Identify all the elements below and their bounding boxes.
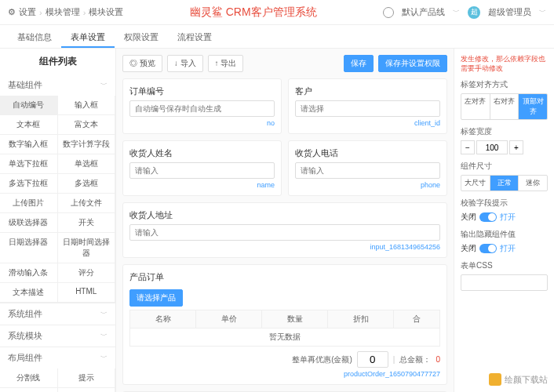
- tab-form[interactable]: 表单设置: [61, 25, 115, 48]
- comp-item[interactable]: 上传图片: [0, 194, 58, 213]
- po-tag: productOrder_1650790477727: [129, 370, 440, 378]
- main-tabs: 基础信息 表单设置 权限设置 流程设置: [0, 25, 554, 49]
- comp-item[interactable]: 日期选择器: [0, 233, 58, 263]
- size-mini[interactable]: 迷你: [519, 176, 547, 191]
- product-table: 名称单价数量折扣合 暂无数据: [129, 310, 440, 347]
- align-segment: 左对齐 右对齐 顶部对齐: [461, 93, 548, 120]
- po-label: 产品订单: [129, 271, 440, 283]
- comp-item[interactable]: 分割线: [0, 368, 58, 388]
- f1-tag: no: [129, 119, 275, 127]
- bc-1[interactable]: 模块管理: [46, 6, 80, 18]
- select-product-button[interactable]: 请选择产品: [129, 289, 183, 307]
- total-value: 0: [436, 355, 440, 364]
- comp-item[interactable]: 开关: [58, 213, 116, 233]
- group-mod[interactable]: 系统模块﹀: [0, 325, 115, 347]
- watermark: 绘颜下载站: [489, 373, 548, 386]
- size-normal[interactable]: 正常: [490, 176, 519, 191]
- vtip-switch[interactable]: [479, 212, 497, 222]
- css-input[interactable]: [461, 274, 548, 291]
- app-title: 幽灵鲨 CRM客户管理系统: [123, 5, 383, 20]
- comp-item[interactable]: 单选下拉框: [0, 154, 58, 174]
- hide-switch[interactable]: [479, 244, 497, 253]
- f3-input[interactable]: [129, 162, 275, 179]
- comp-item[interactable]: 多选下拉框: [0, 174, 58, 194]
- tab-flow[interactable]: 流程设置: [168, 25, 221, 48]
- comp-item[interactable]: 数字计算字段: [58, 135, 116, 154]
- save-button[interactable]: 保存: [344, 55, 374, 72]
- align-top[interactable]: 顶部对齐: [519, 94, 547, 119]
- f5-tag: input_1681349654256: [129, 243, 440, 251]
- comp-item[interactable]: HTML: [58, 283, 116, 303]
- user-name[interactable]: 超级管理员: [488, 6, 531, 18]
- comp-item[interactable]: 日期时间选择器: [58, 233, 116, 263]
- comp-item[interactable]: 提示: [58, 368, 116, 388]
- f4-tag: phone: [295, 181, 440, 189]
- f2-tag: client_id: [295, 119, 440, 127]
- comp-item[interactable]: 文本描述: [0, 283, 58, 303]
- tab-perm[interactable]: 权限设置: [115, 25, 168, 48]
- comp-item[interactable]: 输入框: [58, 96, 116, 115]
- group-layout[interactable]: 布局组件﹀: [0, 347, 115, 368]
- width-input[interactable]: [476, 140, 508, 154]
- comp-item[interactable]: 数字输入框: [0, 135, 58, 154]
- help-icon[interactable]: [383, 7, 394, 18]
- f2-label: 客户: [295, 85, 440, 97]
- width-inc[interactable]: +: [509, 140, 523, 154]
- comp-item[interactable]: 滑动输入条: [0, 263, 58, 283]
- comp-item[interactable]: 上传文件: [58, 194, 116, 213]
- comp-item[interactable]: 栅格布局: [58, 388, 116, 392]
- export-button[interactable]: ↑ 导出: [208, 55, 244, 72]
- comp-item[interactable]: 单选框: [58, 154, 116, 174]
- align-left[interactable]: 左对齐: [461, 94, 490, 119]
- group-sys[interactable]: 系统组件﹀: [0, 303, 115, 325]
- comp-item[interactable]: 富文本: [58, 115, 116, 135]
- f4-input[interactable]: [295, 162, 440, 179]
- tab-basic[interactable]: 基础信息: [8, 25, 61, 48]
- gear-icon: ⚙: [8, 7, 16, 17]
- avatar[interactable]: 超: [468, 6, 480, 19]
- comp-item[interactable]: 评分: [58, 263, 116, 283]
- size-large[interactable]: 大尺寸: [461, 176, 490, 191]
- f1-input[interactable]: [129, 100, 275, 117]
- f3-label: 收货人姓名: [129, 147, 275, 159]
- save-perm-button[interactable]: 保存并设置权限: [378, 55, 447, 72]
- components-title: 组件列表: [0, 49, 115, 74]
- comp-item[interactable]: 表格布局: [0, 388, 58, 392]
- breadcrumb: ⚙ 设置› 模块管理› 模块设置: [8, 6, 123, 18]
- f3-tag: name: [129, 181, 275, 189]
- group-basic[interactable]: 基础组件﹀: [0, 74, 115, 96]
- width-dec[interactable]: −: [461, 140, 475, 154]
- bc-2: 模块设置: [89, 6, 123, 18]
- f4-label: 收货人电话: [295, 147, 440, 159]
- f2-input[interactable]: [295, 100, 440, 117]
- comp-item[interactable]: 自动编号: [0, 96, 58, 115]
- f5-input[interactable]: [129, 224, 440, 241]
- bc-0[interactable]: 设置: [19, 6, 36, 18]
- table-empty: 暂无数据: [130, 328, 440, 347]
- preview-button[interactable]: ◎ 预览: [122, 55, 162, 72]
- comp-item[interactable]: 文本框: [0, 115, 58, 135]
- discount-input[interactable]: [357, 351, 388, 368]
- comp-item[interactable]: 级联选择器: [0, 213, 58, 233]
- f1-label: 订单编号: [129, 85, 275, 97]
- import-button[interactable]: ↓ 导入: [167, 55, 203, 72]
- f5-label: 收货人地址: [129, 209, 440, 221]
- comp-item[interactable]: 多选框: [58, 174, 116, 194]
- width-stepper: − +: [461, 140, 548, 154]
- size-segment: 大尺寸 正常 迷你: [461, 175, 548, 191]
- product-select[interactable]: 默认产品线: [402, 6, 445, 18]
- align-right[interactable]: 右对齐: [490, 94, 519, 119]
- warning-text: 发生修改，那么依赖字段也需要手动修改: [461, 55, 548, 73]
